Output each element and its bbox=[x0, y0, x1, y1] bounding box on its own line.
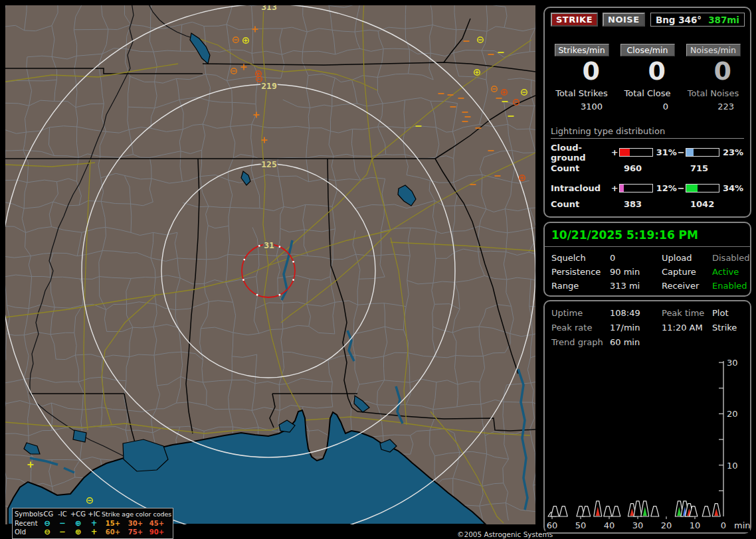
plus-sign: + bbox=[611, 183, 618, 193]
legend-recent-label: Recent bbox=[15, 519, 39, 528]
svg-text:30: 30 bbox=[727, 358, 738, 368]
upload-status: Disabled bbox=[712, 253, 749, 263]
minus-sign: − bbox=[678, 147, 684, 157]
plot-type-value: Strike bbox=[712, 323, 743, 333]
age-15: 15+ bbox=[102, 519, 124, 528]
capture-label: Capture bbox=[662, 267, 712, 277]
age-90: 90+ bbox=[147, 528, 167, 537]
intracloud-row: Intracloud + 12% − 34% bbox=[551, 181, 744, 196]
svg-text:219: 219 bbox=[261, 81, 276, 91]
legend-col-ic-minus: -IC bbox=[55, 510, 70, 519]
cg-plus-pct: 31% bbox=[654, 147, 678, 157]
strike-toggle-button[interactable]: STRIKE bbox=[551, 13, 598, 27]
total-close-label: Total Close bbox=[614, 88, 680, 98]
cg-plus-old-icon: ⊕ bbox=[70, 528, 86, 537]
minus-sign: − bbox=[678, 183, 684, 193]
plus-sign: + bbox=[611, 147, 618, 157]
upload-label: Upload bbox=[662, 253, 712, 263]
strikes-per-min-label: Strikes/min bbox=[555, 44, 609, 56]
age-30: 30+ bbox=[124, 519, 147, 528]
cg-plus-bar bbox=[619, 148, 653, 157]
cg-minus-pct: 23% bbox=[721, 147, 744, 157]
trend-graph-label: Trend graph bbox=[551, 337, 610, 347]
cg-minus-count: 715 bbox=[685, 163, 708, 173]
bearing-distance: 387mi bbox=[708, 15, 739, 25]
legend-recent-row: Recent ⊖ − ⊕ + 15+ 30+ 45+ bbox=[15, 519, 171, 528]
cloud-ground-label: Cloud-ground bbox=[551, 143, 611, 163]
legend-symbols-header: Symbols bbox=[15, 510, 39, 519]
trend-graph: 1020306050403020100min bbox=[545, 357, 750, 532]
cg-minus-old-icon: ⊖ bbox=[39, 528, 55, 537]
legend-col-ic-plus: +IC bbox=[86, 510, 102, 519]
noises-per-min-value: 0 bbox=[680, 56, 746, 87]
svg-text:313: 313 bbox=[261, 5, 276, 12]
ic-minus-recent-icon: − bbox=[55, 519, 70, 528]
legend-col-cg-minus: -CG bbox=[39, 510, 55, 519]
panel-status: 10/21/2025 5:19:16 PM Squelch 0 Upload D… bbox=[543, 222, 751, 297]
noises-per-min-label: Noises/min bbox=[686, 44, 741, 56]
close-per-min-value: 0 bbox=[614, 56, 680, 87]
svg-text:10: 10 bbox=[690, 520, 701, 530]
ic-minus-count: 1042 bbox=[685, 199, 714, 209]
capture-status: Active bbox=[712, 267, 749, 277]
range-label: Range bbox=[551, 281, 610, 291]
lightning-map[interactable]: 31321912531 Symbols -CG -IC +CG +IC Stri… bbox=[5, 5, 535, 536]
cg-minus-bar bbox=[686, 148, 719, 157]
age-60: 60+ bbox=[102, 528, 124, 537]
age-45: 45+ bbox=[147, 519, 167, 528]
peak-rate-label: Peak rate bbox=[551, 323, 610, 333]
datetime-display: 10/21/2025 5:19:16 PM bbox=[545, 223, 750, 247]
svg-text:0: 0 bbox=[721, 520, 726, 530]
peak-time-value: 11:20 AM bbox=[662, 323, 712, 333]
intracloud-count-row: Count 383 1042 bbox=[551, 196, 744, 212]
ic-plus-count: 383 bbox=[614, 199, 685, 209]
range-value: 313 mi bbox=[610, 281, 662, 291]
panel-trend: Uptime 108:49 Peak time Plot Peak rate 1… bbox=[543, 300, 751, 534]
ic-minus-bar bbox=[686, 184, 719, 193]
legend-col-cg-plus: +CG bbox=[70, 510, 86, 519]
total-close-value: 0 bbox=[614, 102, 680, 112]
close-per-min-column: Close/min 0 Total Close 0 bbox=[614, 44, 680, 112]
svg-text:60: 60 bbox=[547, 520, 558, 530]
svg-text:125: 125 bbox=[261, 159, 276, 169]
persistence-label: Persistence bbox=[551, 267, 610, 277]
ic-minus-old-icon: − bbox=[55, 528, 70, 537]
squelch-value: 0 bbox=[610, 253, 662, 263]
map-legend: Symbols -CG -IC +CG +IC Strike age color… bbox=[12, 508, 173, 539]
legend-age-title: Strike age color codes bbox=[102, 510, 167, 519]
total-noises-label: Total Noises bbox=[680, 88, 746, 98]
svg-text:31: 31 bbox=[264, 240, 274, 250]
uptime-label: Uptime bbox=[551, 308, 610, 318]
total-noises-value: 223 bbox=[680, 102, 746, 112]
cg-plus-count: 960 bbox=[614, 163, 685, 173]
svg-text:30: 30 bbox=[632, 520, 644, 530]
close-per-min-label: Close/min bbox=[620, 44, 675, 56]
peak-time-label: Peak time bbox=[662, 308, 712, 318]
copyright-notice: ©2005 Astrogenic Systems bbox=[457, 530, 539, 538]
count-label: Count bbox=[551, 199, 614, 209]
bearing-label: Bng 346° bbox=[656, 15, 702, 25]
bearing-display: Bng 346° 387mi bbox=[650, 13, 745, 27]
noises-per-min-column: Noises/min 0 Total Noises 223 bbox=[680, 44, 746, 112]
svg-text:min: min bbox=[734, 520, 750, 530]
total-strikes-value: 3100 bbox=[549, 102, 614, 112]
strikes-per-min-value: 0 bbox=[549, 56, 614, 87]
cg-minus-recent-icon: ⊖ bbox=[39, 519, 55, 528]
ic-plus-pct: 12% bbox=[654, 183, 678, 193]
ic-plus-old-icon: + bbox=[86, 528, 102, 537]
plot-mode-value: Plot bbox=[712, 308, 743, 318]
svg-text:40: 40 bbox=[604, 520, 615, 530]
squelch-label: Squelch bbox=[551, 253, 610, 263]
cloud-ground-count-row: Count 960 715 bbox=[551, 160, 744, 177]
uptime-value: 108:49 bbox=[610, 308, 662, 318]
svg-text:50: 50 bbox=[575, 520, 587, 530]
count-label: Count bbox=[551, 163, 614, 173]
strikes-per-min-column: Strikes/min 0 Total Strikes 3100 bbox=[549, 44, 614, 112]
peak-rate-value: 17/min bbox=[610, 323, 662, 333]
ic-plus-recent-icon: + bbox=[86, 519, 102, 528]
distribution-title: Lightning type distribution bbox=[551, 126, 744, 139]
map-canvas[interactable]: 31321912531 bbox=[5, 5, 535, 536]
total-strikes-label: Total Strikes bbox=[549, 88, 614, 98]
noise-toggle-button[interactable]: NOISE bbox=[603, 13, 645, 27]
legend-header-row: Symbols -CG -IC +CG +IC Strike age color… bbox=[15, 510, 171, 519]
